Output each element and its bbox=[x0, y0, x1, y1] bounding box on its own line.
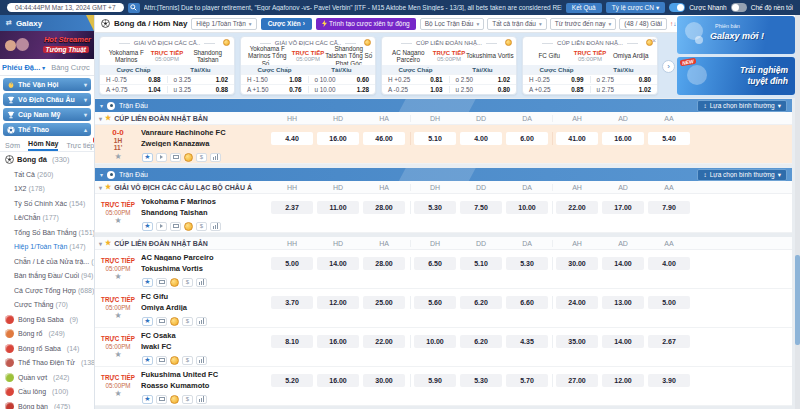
promo-banner-new-version[interactable]: Phiên bản Galaxy mới ! bbox=[677, 16, 795, 54]
odds-cell[interactable]: 22.00 bbox=[556, 201, 598, 214]
favorite-star-icon[interactable]: ★ bbox=[142, 222, 153, 231]
home-team[interactable]: AC Nagano Parceiro bbox=[141, 254, 268, 262]
odds-cell[interactable]: 17.00 bbox=[602, 201, 644, 214]
odds-cell[interactable]: 28.00 bbox=[363, 201, 405, 214]
odds-cell[interactable]: 8.10 bbox=[271, 335, 313, 348]
promo-coin-icon[interactable] bbox=[184, 153, 193, 162]
odds-cell[interactable]: 4.40 bbox=[271, 132, 313, 145]
away-team[interactable]: Iwaki FC bbox=[141, 343, 268, 351]
odds-cell[interactable]: 10.00 bbox=[414, 335, 456, 348]
favorite-star-icon[interactable]: ★ bbox=[105, 239, 111, 247]
card-odds-row[interactable]: H -0.250.99 o 2.750.80 bbox=[523, 74, 657, 84]
parlay-generator-button[interactable]: Trình tạo cược xiên tự động bbox=[316, 18, 416, 30]
sidebar-sport-item[interactable]: Bóng rổ(249) bbox=[0, 327, 94, 342]
card-odds-row[interactable]: H -0.750.88 o 3.251.02 bbox=[100, 74, 234, 84]
odds-cell[interactable]: 4.00 bbox=[460, 132, 502, 145]
odds-cell[interactable]: 6.20 bbox=[460, 296, 502, 309]
favorite-star-icon[interactable]: ★ bbox=[142, 395, 153, 404]
sidebar-subtab[interactable]: Hôm Nay bbox=[28, 140, 58, 151]
statistics-icon[interactable] bbox=[196, 395, 207, 404]
away-team[interactable]: Shandong Taishan bbox=[141, 209, 268, 217]
favorite-star-icon[interactable]: ★ bbox=[114, 351, 121, 359]
scrollbar[interactable] bbox=[795, 15, 800, 409]
card-odds-row[interactable]: A +0.751.04 u 3.250.88 bbox=[100, 84, 234, 94]
odds-cell[interactable]: 7.90 bbox=[648, 201, 690, 214]
sidebar-sport-item[interactable]: Bóng Đá Saba(9) bbox=[0, 312, 94, 327]
close-icon[interactable]: × bbox=[652, 37, 656, 44]
sidebar-sport-item[interactable]: Thể Thao Điện Tử(138) bbox=[0, 356, 94, 371]
odds-cell[interactable]: 5.00 bbox=[271, 257, 313, 270]
favorite-star-icon[interactable]: ★ bbox=[142, 317, 153, 326]
sort-icon[interactable]: ↑↓ bbox=[670, 20, 677, 27]
odds-cell[interactable]: 6.00 bbox=[506, 132, 548, 145]
odds-cell[interactable]: 4.00 bbox=[648, 257, 690, 270]
collapse-icon[interactable]: ▾ bbox=[100, 171, 103, 178]
favorite-star-icon[interactable]: ★ bbox=[105, 114, 111, 122]
featured-match-card[interactable]: GIẢI VÔ ĐỊCH CÁC CÂ.. Yokohama F Marinos… bbox=[99, 36, 235, 95]
odds-cell[interactable]: 5.30 bbox=[414, 201, 456, 214]
odds-cell[interactable]: 5.20 bbox=[271, 374, 313, 387]
sidebar-sport-item[interactable]: Bóng rổ Saba(14) bbox=[0, 341, 94, 356]
away-team[interactable]: Zweigen Kanazawa bbox=[141, 140, 268, 148]
bet-type-item[interactable]: Cược Thắng(70) bbox=[0, 298, 94, 313]
odds-cell[interactable]: 4.35 bbox=[506, 335, 548, 348]
home-team[interactable]: Vanraure Hachinohe FC bbox=[141, 129, 268, 137]
cashout-icon[interactable]: $ bbox=[196, 153, 207, 162]
odds-cell[interactable]: 13.00 bbox=[602, 296, 644, 309]
next-cards-arrow[interactable]: › bbox=[662, 60, 675, 73]
promo-coin-icon[interactable] bbox=[184, 222, 193, 231]
odds-cell[interactable]: 5.00 bbox=[648, 296, 690, 309]
odds-cell[interactable]: 22.00 bbox=[363, 335, 405, 348]
sidebar-subtab[interactable]: Trực tiếp144 bbox=[66, 142, 94, 151]
collapse-icon[interactable]: ▾ bbox=[99, 115, 102, 122]
live-stream-icon[interactable] bbox=[156, 222, 167, 231]
quick-bet-toggle[interactable] bbox=[669, 3, 685, 12]
card-odds-row[interactable]: A +0.250.85 u 2.751.02 bbox=[523, 84, 657, 94]
view-mode-select[interactable]: ↕ Lựa chọn bình thường ▾ bbox=[697, 169, 787, 181]
favorite-star-icon[interactable]: ★ bbox=[114, 312, 121, 320]
promo-banner-experience[interactable]: NEW Trải nghiệm tuyệt đỉnh bbox=[677, 57, 795, 95]
bet-type-item[interactable]: Cá Cược Tổng Hợp(688) bbox=[0, 283, 94, 298]
favorite-star-icon[interactable]: ★ bbox=[114, 217, 121, 225]
home-team[interactable]: Fukushima United FC bbox=[141, 371, 268, 379]
bet-type-item[interactable]: Bàn thắng Đầu/ Cuối(94) bbox=[0, 269, 94, 284]
sidebar-sport-item[interactable]: Cầu lông(100) bbox=[0, 385, 94, 400]
card-odds-row[interactable]: H +0.250.81 o 2.501.02 bbox=[382, 74, 516, 84]
cashout-icon[interactable]: $ bbox=[182, 395, 193, 404]
pitch-view-icon[interactable] bbox=[170, 222, 181, 231]
odds-cell[interactable]: 6.50 bbox=[414, 257, 456, 270]
all-matches-select[interactable]: Tất cả trận đấu▾ bbox=[487, 18, 547, 30]
bet-type-item[interactable]: 1X2(178) bbox=[0, 182, 94, 197]
odds-cell[interactable]: 27.00 bbox=[556, 374, 598, 387]
favorite-star-icon[interactable]: ★ bbox=[142, 278, 153, 287]
promo-coin-icon[interactable] bbox=[170, 395, 179, 404]
cashout-icon[interactable]: $ bbox=[182, 317, 193, 326]
live-stream-icon[interactable] bbox=[156, 153, 167, 162]
card-odds-row[interactable]: A -0.251.03 u 2.500.80 bbox=[382, 84, 516, 94]
bet-type-item[interactable]: Tỷ Số Chính Xác(154) bbox=[0, 196, 94, 211]
odds-cell[interactable]: 5.90 bbox=[414, 374, 456, 387]
league-count-button[interactable]: (48 / 48) Giải bbox=[619, 18, 667, 30]
card-odds-row[interactable]: H -1.501.08 o 10.000.60 bbox=[241, 74, 375, 84]
odds-cell[interactable]: 11.00 bbox=[317, 201, 359, 214]
card-odds-row[interactable]: A +1.500.76 u 10.001.28 bbox=[241, 84, 375, 94]
odds-cell[interactable]: 3.70 bbox=[271, 296, 313, 309]
odds-cell[interactable]: 28.00 bbox=[363, 257, 405, 270]
statistics-icon[interactable] bbox=[196, 278, 207, 287]
promo-coin-icon[interactable] bbox=[170, 356, 179, 365]
sidebar-sport-item[interactable]: Quần vợt(242) bbox=[0, 370, 94, 385]
favorite-star-icon[interactable]: ★ bbox=[142, 356, 153, 365]
sidebar-item-the-van-hoi[interactable]: Thế Vận Hội ▾ bbox=[3, 78, 91, 91]
statistics-icon[interactable] bbox=[196, 356, 207, 365]
away-team[interactable]: Omiya Ardija bbox=[141, 304, 268, 312]
home-team[interactable]: Yokohama F Marinos bbox=[141, 198, 268, 206]
odds-cell[interactable]: 3.90 bbox=[648, 374, 690, 387]
cashout-icon[interactable]: $ bbox=[182, 356, 193, 365]
pitch-view-icon[interactable] bbox=[156, 317, 167, 326]
collapse-icon[interactable]: ▾ bbox=[100, 102, 103, 109]
parlay-button[interactable]: Cược Xiên› bbox=[261, 18, 312, 30]
statistics-icon[interactable] bbox=[210, 153, 221, 162]
odds-cell[interactable]: 16.00 bbox=[602, 132, 644, 145]
statistics-icon[interactable] bbox=[196, 317, 207, 326]
bet-type-item[interactable]: Tất Cả(260) bbox=[0, 167, 94, 182]
